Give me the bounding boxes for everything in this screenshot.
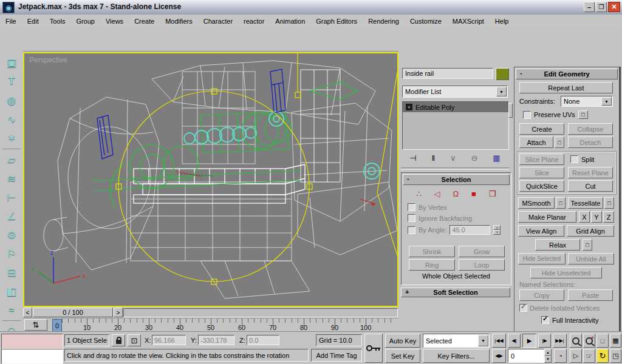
unhide-all-button[interactable]: Unhide All	[568, 253, 614, 265]
paste-button[interactable]: Paste	[568, 289, 613, 301]
minimize-button[interactable]: –	[584, 2, 595, 12]
zoom-extents-all-button[interactable]: ▦	[610, 334, 621, 348]
add-time-tag-button[interactable]: Add Time Tag	[311, 349, 362, 362]
reactor-plane-icon[interactable]: ▱	[0, 150, 23, 169]
zoom-extents-button[interactable]: □	[596, 334, 609, 348]
go-to-end-button[interactable]: ▶▶|	[553, 334, 567, 348]
menu-help[interactable]: Help	[490, 18, 514, 25]
modifier-list-dropdown[interactable]: Modifier List ▼	[402, 86, 508, 98]
reactor-motor-icon[interactable]: ⚙	[0, 226, 23, 244]
menu-group[interactable]: Group	[70, 18, 100, 25]
key-filters-button[interactable]: Key Filters...	[423, 349, 490, 363]
pin-stack-icon[interactable]: ⊣	[409, 153, 416, 163]
set-key-button[interactable]: Set Key	[385, 349, 420, 363]
remove-modifier-icon[interactable]: ⊖	[471, 153, 477, 163]
detach-button[interactable]: Detach	[568, 136, 613, 148]
x-coord-field[interactable]: 96.166	[152, 335, 186, 345]
time-slider-handle[interactable]: 0 / 100	[33, 308, 113, 317]
pan-button[interactable]: ☞	[583, 349, 595, 363]
time-slider-track[interactable]	[123, 308, 398, 317]
z-coord-field[interactable]: 0.0	[247, 335, 279, 345]
stack-expand-icon[interactable]: +	[406, 104, 412, 110]
polygon-subobject-icon[interactable]: ■	[471, 189, 476, 198]
create-button[interactable]: Create	[519, 123, 564, 135]
menu-graph-editors[interactable]: Graph Editors	[310, 18, 363, 25]
current-frame-field[interactable]: 0	[508, 349, 544, 363]
slice-button[interactable]: Slice	[519, 167, 564, 178]
edit-geometry-rollout-header[interactable]: - Edit Geometry	[516, 69, 618, 79]
quickslice-button[interactable]: QuickSlice	[519, 180, 564, 192]
grid-align-button[interactable]: Grid Align	[567, 225, 614, 237]
open-mini-curve-editor-button[interactable]: ⇅	[24, 319, 47, 331]
reset-plane-button[interactable]: Reset Plane	[568, 167, 613, 178]
preserve-uvs-checkbox[interactable]	[523, 111, 531, 119]
reactor-deforming-mesh-collection-icon[interactable]: ✶	[0, 129, 23, 147]
object-name-field[interactable]: Inside rail	[402, 68, 493, 79]
attach-settings-button[interactable]: □	[555, 136, 564, 148]
next-frame-button[interactable]: |▶	[538, 334, 551, 348]
ignore-backfacing-checkbox[interactable]	[408, 214, 415, 222]
edge-subobject-icon[interactable]: ◁	[434, 189, 440, 198]
vertex-subobject-icon[interactable]: ∴	[416, 189, 421, 198]
absolute-mode-toggle[interactable]: ⊡	[128, 334, 141, 346]
menu-file[interactable]: File	[0, 18, 22, 25]
modifier-stack[interactable]: + Editable Poly	[402, 101, 509, 150]
cut-button[interactable]: Cut	[568, 180, 613, 192]
make-planar-x-button[interactable]: X	[579, 211, 590, 223]
constraints-arrow-icon[interactable]: ▼	[601, 97, 612, 106]
menu-customize[interactable]: Customize	[405, 18, 447, 25]
tessellate-settings-button[interactable]: □	[604, 197, 614, 209]
perspective-viewport[interactable]: z x y Perspective	[23, 52, 398, 307]
make-unique-icon[interactable]: ∨	[450, 153, 456, 163]
maxscript-listener-field[interactable]	[1, 349, 63, 364]
reactor-wind-icon[interactable]: ⚐	[0, 244, 23, 263]
hide-unselected-button[interactable]: Hide Unselected	[530, 267, 602, 278]
msmooth-button[interactable]: MSmooth	[518, 197, 555, 209]
key-mode-toggle-button[interactable]: ◀▶	[492, 349, 506, 363]
play-button[interactable]: ▶	[522, 334, 536, 348]
modifier-list-arrow-icon[interactable]: ▼	[496, 87, 507, 96]
time-slider-left-arrow[interactable]: <	[23, 308, 32, 317]
shrink-button[interactable]: Shrink	[409, 246, 455, 257]
menu-tools[interactable]: Tools	[44, 18, 71, 25]
attach-button[interactable]: Attach	[519, 136, 553, 148]
repeat-last-button[interactable]: Repeat Last	[519, 82, 613, 93]
tessellate-button[interactable]: Tessellate	[568, 197, 603, 209]
element-subobject-icon[interactable]: ❒	[489, 189, 496, 198]
menu-edit[interactable]: Edit	[22, 18, 44, 25]
zoom-button[interactable]	[570, 334, 582, 348]
msmooth-settings-button[interactable]: □	[556, 197, 566, 209]
make-planar-z-button[interactable]: Z	[603, 211, 614, 223]
arc-rotate-button[interactable]: ↻	[596, 349, 609, 363]
slice-plane-button[interactable]: Slice Plane	[519, 153, 564, 165]
auto-key-button[interactable]: Auto Key	[385, 334, 420, 348]
loop-button[interactable]: Loop	[459, 259, 505, 271]
time-slider-right-arrow[interactable]: >	[114, 308, 123, 317]
viewport-label[interactable]: Perspective	[29, 56, 67, 64]
reactor-spring-icon[interactable]: ≋	[0, 169, 23, 187]
reactor-cloth-collection-icon[interactable]: T	[0, 72, 23, 90]
stack-item-editable-poly[interactable]: + Editable Poly	[403, 102, 508, 112]
selection-rollout-header[interactable]: - Selection	[403, 174, 510, 185]
reactor-linear-dashpot-icon[interactable]: ⊢	[0, 188, 23, 206]
menu-animation[interactable]: Animation	[270, 18, 310, 25]
maxscript-listener-macro-field[interactable]	[1, 334, 63, 349]
soft-selection-rollout-header[interactable]: + Soft Selection	[401, 288, 510, 297]
min-max-toggle-button[interactable]: ◳	[610, 349, 621, 363]
field-of-view-button[interactable]: ▷	[570, 349, 582, 363]
grow-button[interactable]: Grow	[459, 246, 505, 257]
go-to-start-button[interactable]: |◀◀	[492, 334, 506, 348]
key-filter-dropdown[interactable]: Selected ▼	[423, 334, 490, 348]
split-checkbox[interactable]	[570, 155, 578, 163]
border-subobject-icon[interactable]: Ω	[453, 189, 459, 198]
frame-spinner[interactable]: ▲▼	[544, 349, 552, 363]
reactor-fracture-icon[interactable]: ◧	[0, 282, 23, 300]
track-bar-frame-handle[interactable]: 0	[52, 319, 62, 332]
key-filter-arrow-icon[interactable]: ▼	[478, 335, 488, 346]
full-interactivity-checkbox[interactable]	[541, 316, 549, 324]
reactor-rigid-body-collection-icon[interactable]: ▣	[0, 53, 23, 72]
relax-settings-button[interactable]: □	[583, 239, 592, 251]
view-align-button[interactable]: View Align	[518, 225, 564, 237]
reactor-soft-body-collection-icon[interactable]: ◍	[0, 91, 23, 109]
previous-frame-button[interactable]: ◀|	[508, 334, 521, 348]
